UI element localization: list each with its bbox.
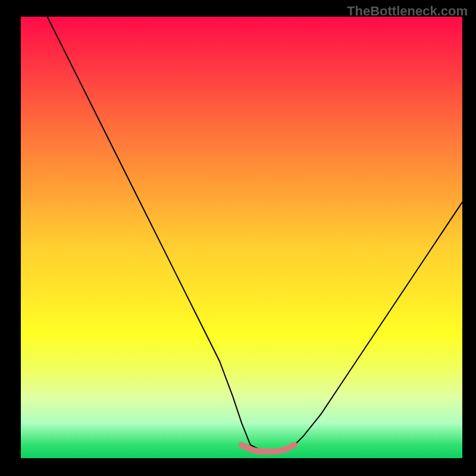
bottleneck-curve <box>48 17 462 452</box>
chart-plot-area <box>21 17 462 458</box>
bottleneck-minimum-band <box>242 445 295 452</box>
watermark-label: TheBottleneck.com <box>347 4 468 19</box>
chart-svg <box>21 17 462 458</box>
